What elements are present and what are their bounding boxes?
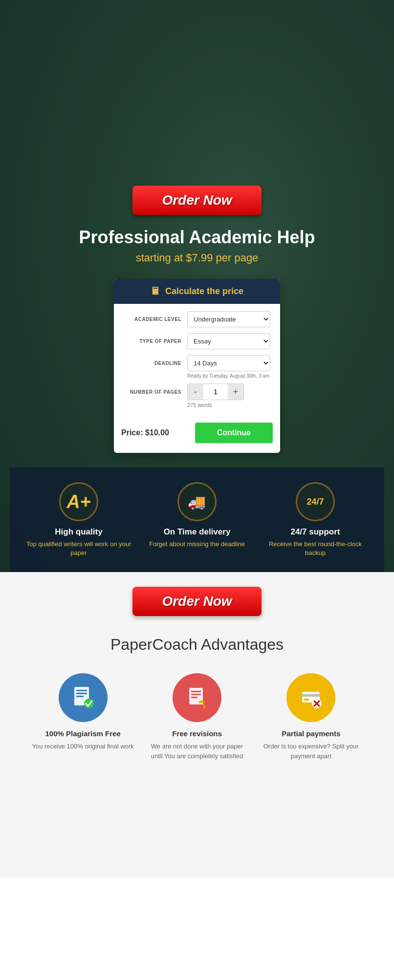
pages-controls: - + — [187, 383, 244, 400]
pages-minus-button[interactable]: - — [188, 384, 203, 400]
continue-button[interactable]: Continue — [195, 423, 273, 443]
deadline-row: DEADLINE 3 Hours 6 Hours 12 Hours 24 Hou… — [124, 355, 270, 371]
high-quality-icon-circle: A+ — [59, 482, 98, 521]
calc-footer: Price: $10.00 Continue — [114, 423, 280, 443]
svg-rect-11 — [304, 699, 309, 701]
pages-label: NUMBER OF PAGES — [124, 389, 187, 395]
calculator-icon: 🖩 — [151, 286, 160, 297]
calc-body: ACADEMIC LEVEL Undergraduate High School… — [114, 304, 280, 420]
high-quality-title: High quality — [55, 527, 102, 537]
247-icon: 24/7 — [306, 497, 324, 507]
bottom-spacer — [0, 780, 394, 878]
order-now-button-mid[interactable]: Order Now — [132, 587, 261, 616]
plagiarism-free-icon — [59, 673, 108, 722]
support-icon-circle: 24/7 — [296, 482, 335, 521]
academic-level-row: ACADEMIC LEVEL Undergraduate High School… — [124, 311, 270, 327]
deadline-select[interactable]: 3 Hours 6 Hours 12 Hours 24 Hours 2 Days… — [187, 355, 270, 371]
hero-title: Professional Academic Help — [79, 227, 315, 248]
advantages-grid: 100% Plagiarism Free You receive 100% or… — [26, 673, 368, 761]
calc-header-text: Calculate the price — [165, 286, 243, 297]
words-note: 275 words — [187, 402, 270, 408]
price-label: Price: $10.00 — [121, 428, 169, 437]
pages-input[interactable] — [203, 385, 228, 398]
svg-rect-6 — [191, 691, 201, 692]
free-revisions-svg — [184, 685, 210, 710]
aplus-icon: A+ — [66, 491, 91, 512]
free-revisions-title: Free revisions — [172, 729, 222, 738]
order-now-button-top[interactable]: Order Now — [132, 186, 261, 215]
paper-type-select[interactable]: Essay Research Paper Term Paper Coursewo… — [187, 333, 270, 349]
free-revisions-icon — [173, 673, 221, 722]
support-desc: Receive the best round-the-clock backup — [262, 540, 369, 557]
plagiarism-free-title: 100% Plagiarism Free — [45, 729, 121, 738]
advantage-free-revisions: Free revisions We are not done with your… — [146, 673, 248, 761]
feature-high-quality: A+ High quality Top qualified writers wi… — [25, 482, 132, 557]
academic-level-label: ACADEMIC LEVEL — [124, 317, 187, 322]
svg-rect-3 — [76, 696, 84, 697]
support-title: 24/7 support — [290, 527, 340, 537]
svg-rect-1 — [76, 690, 87, 691]
free-revisions-desc: We are not done with your paper until Yo… — [146, 742, 248, 761]
deadline-note: Ready by Tuesday, August 30th, 3 am — [187, 373, 270, 379]
partial-payments-svg — [298, 685, 324, 710]
svg-rect-7 — [191, 694, 201, 695]
on-time-icon-circle: 🚚 — [177, 482, 217, 521]
advantages-title: PaperCoach Advantages — [110, 636, 284, 654]
deadline-label: DEADLINE — [124, 361, 187, 366]
on-time-title: On Time delivery — [164, 527, 231, 537]
plagiarism-free-svg — [70, 685, 96, 710]
truck-icon: 🚚 — [188, 493, 206, 511]
svg-rect-2 — [76, 693, 87, 694]
partial-payments-title: Partial payments — [282, 729, 340, 738]
calc-header: 🖩 Calculate the price — [114, 279, 280, 304]
pages-row: NUMBER OF PAGES - + — [124, 383, 270, 400]
advantage-partial-payments: Partial payments Order is too expensive?… — [260, 673, 362, 761]
hero-section: Order Now Professional Academic Help sta… — [0, 0, 394, 572]
middle-section: Order Now PaperCoach Advantages 100% Pla… — [0, 572, 394, 780]
features-strip: A+ High quality Top qualified writers wi… — [10, 468, 384, 572]
paper-type-label: TYPE OF PAPER — [124, 339, 187, 344]
svg-rect-8 — [191, 697, 197, 698]
advantage-plagiarism-free: 100% Plagiarism Free You receive 100% or… — [32, 673, 134, 761]
partial-payments-desc: Order is too expensive? Split your payme… — [260, 742, 362, 761]
paper-type-row: TYPE OF PAPER Essay Research Paper Term … — [124, 333, 270, 349]
svg-rect-10 — [302, 694, 320, 697]
academic-level-select[interactable]: Undergraduate High School Master PhD — [187, 311, 270, 327]
high-quality-desc: Top qualified writers will work on your … — [25, 540, 132, 557]
feature-247-support: 24/7 24/7 support Receive the best round… — [262, 482, 369, 557]
plagiarism-free-desc: You receive 100% original final work — [32, 742, 133, 751]
partial-payments-icon — [286, 673, 335, 722]
hero-subtitle: starting at $7.99 per page — [136, 252, 259, 264]
on-time-desc: Forget about missing the deadline — [149, 540, 245, 549]
pages-plus-button[interactable]: + — [228, 384, 243, 400]
calculator-card: 🖩 Calculate the price ACADEMIC LEVEL Und… — [114, 279, 280, 453]
feature-on-time: 🚚 On Time delivery Forget about missing … — [144, 482, 250, 549]
